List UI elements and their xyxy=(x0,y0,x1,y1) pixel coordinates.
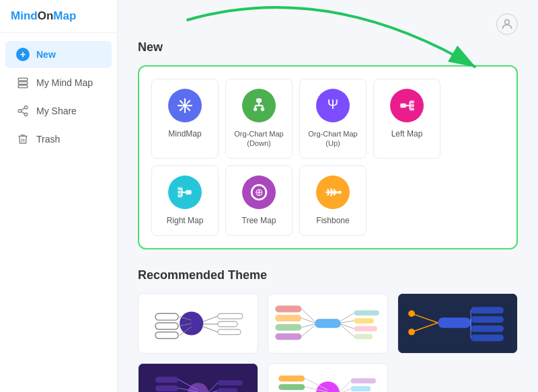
svg-rect-121 xyxy=(351,379,376,384)
new-plus-icon: + xyxy=(16,48,30,61)
left-map-card[interactable]: Left Map xyxy=(373,79,440,159)
svg-rect-32 xyxy=(410,108,414,110)
svg-line-78 xyxy=(341,324,354,329)
sidebar: MindOnMap + New My Mind Map My Share xyxy=(0,0,118,392)
svg-rect-85 xyxy=(471,335,504,342)
svg-rect-34 xyxy=(186,190,192,194)
svg-rect-38 xyxy=(178,194,182,197)
sidebar-item-my-mind-map-label: My Mind Map xyxy=(36,77,93,88)
svg-point-49 xyxy=(338,190,342,194)
share-icon xyxy=(16,104,30,118)
svg-rect-73 xyxy=(354,318,374,323)
user-avatar[interactable] xyxy=(496,13,518,35)
recommended-title: Recommended Theme xyxy=(138,268,518,282)
svg-rect-58 xyxy=(218,321,237,327)
svg-point-8 xyxy=(505,19,510,24)
theme-card-3[interactable] xyxy=(397,293,518,354)
svg-rect-28 xyxy=(400,104,406,108)
layers-icon xyxy=(16,76,30,89)
mindmap-card[interactable]: MindMap xyxy=(151,79,219,159)
org-chart-up-card[interactable]: Ψ Org-Chart Map (Up) xyxy=(299,79,367,159)
svg-text:Ψ: Ψ xyxy=(328,97,338,112)
map-grid: MindMap xyxy=(151,79,504,236)
svg-rect-31 xyxy=(410,104,414,107)
svg-rect-57 xyxy=(218,314,243,319)
theme-card-5[interactable] xyxy=(268,363,388,392)
svg-rect-114 xyxy=(278,384,305,390)
svg-rect-52 xyxy=(155,323,178,329)
svg-rect-96 xyxy=(155,377,178,383)
svg-rect-113 xyxy=(278,376,305,382)
svg-rect-59 xyxy=(218,329,241,335)
app-logo: MindOnMap xyxy=(11,9,76,23)
svg-line-125 xyxy=(340,381,351,392)
org-chart-down-label: Org-Chart Map (Down) xyxy=(234,129,283,149)
svg-line-69 xyxy=(301,318,315,323)
svg-line-7 xyxy=(21,108,24,110)
svg-line-17 xyxy=(187,100,190,104)
svg-rect-66 xyxy=(275,324,301,331)
sidebar-item-my-mind-map[interactable]: My Mind Map xyxy=(5,69,112,96)
header-bar xyxy=(138,13,518,35)
svg-line-15 xyxy=(180,100,183,104)
fishbone-label: Fishbone xyxy=(316,216,349,227)
new-section-box: MindMap xyxy=(138,65,518,249)
svg-line-16 xyxy=(187,108,190,111)
svg-rect-74 xyxy=(354,326,377,331)
svg-point-10 xyxy=(183,104,188,108)
tree-map-icon: ⊕ xyxy=(242,175,276,209)
svg-rect-2 xyxy=(18,85,28,88)
mindmap-icon xyxy=(168,89,202,122)
svg-rect-105 xyxy=(218,388,237,392)
left-map-icon xyxy=(390,89,424,122)
logo-area: MindOnMap xyxy=(0,0,117,33)
main-content: New xyxy=(118,0,538,392)
recommended-section: Recommended Theme xyxy=(138,268,518,392)
theme-card-4[interactable] xyxy=(138,363,258,392)
new-section-title: New xyxy=(138,40,518,54)
svg-rect-81 xyxy=(438,317,471,328)
sidebar-item-trash-label: Trash xyxy=(36,134,60,145)
theme-card-2[interactable] xyxy=(268,293,388,354)
right-map-label: Right Map xyxy=(167,216,204,227)
sidebar-item-my-share[interactable]: My Share xyxy=(5,97,112,124)
fishbone-card[interactable]: Fishbone xyxy=(299,165,367,237)
svg-rect-83 xyxy=(471,316,504,323)
fishbone-icon xyxy=(316,175,350,209)
svg-rect-97 xyxy=(155,385,178,391)
theme-grid xyxy=(138,293,518,392)
svg-rect-82 xyxy=(471,307,504,314)
org-chart-up-icon: Ψ xyxy=(316,89,350,122)
svg-point-93 xyxy=(408,329,415,336)
svg-point-92 xyxy=(408,311,415,317)
svg-point-50 xyxy=(180,312,203,336)
tree-map-card[interactable]: ⊕ Tree Map xyxy=(225,165,293,237)
svg-rect-67 xyxy=(275,334,301,340)
org-chart-up-label: Org-Chart Map (Up) xyxy=(305,129,360,149)
svg-point-25 xyxy=(261,108,264,111)
right-map-card[interactable]: Right Map xyxy=(151,165,219,237)
svg-point-4 xyxy=(18,110,22,113)
left-map-label: Left Map xyxy=(391,129,423,140)
theme-card-1[interactable] xyxy=(138,293,258,354)
svg-point-5 xyxy=(24,113,28,116)
sidebar-item-trash[interactable]: Trash xyxy=(5,126,112,153)
svg-point-24 xyxy=(254,108,257,111)
svg-rect-122 xyxy=(351,386,371,391)
svg-line-6 xyxy=(21,112,24,114)
svg-line-60 xyxy=(203,316,218,321)
svg-rect-30 xyxy=(410,100,414,103)
sidebar-item-new[interactable]: + New xyxy=(5,41,112,68)
right-map-icon xyxy=(168,175,202,209)
svg-line-68 xyxy=(301,309,315,322)
trash-icon xyxy=(16,132,30,146)
mindmap-label: MindMap xyxy=(168,129,201,140)
svg-rect-1 xyxy=(18,82,28,85)
org-chart-down-icon xyxy=(242,89,276,122)
svg-rect-36 xyxy=(178,187,182,190)
sidebar-item-new-label: New xyxy=(36,49,56,60)
org-chart-down-card[interactable]: Org-Chart Map (Down) xyxy=(225,79,293,159)
tree-map-label: Tree Map xyxy=(242,216,276,227)
svg-rect-104 xyxy=(218,381,243,386)
svg-rect-0 xyxy=(18,78,28,81)
